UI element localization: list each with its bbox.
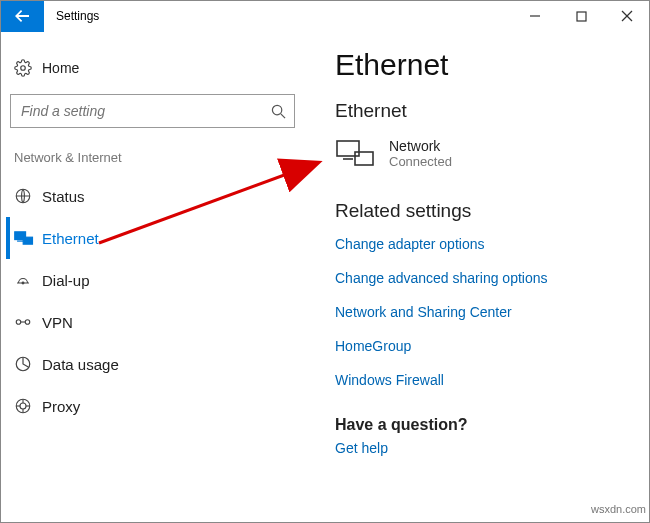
sidebar-item-label: Proxy bbox=[42, 398, 80, 415]
vpn-icon bbox=[14, 313, 42, 331]
svg-rect-9 bbox=[23, 237, 32, 244]
sidebar-item-dialup[interactable]: Dial-up bbox=[6, 259, 299, 301]
link-network-sharing-center[interactable]: Network and Sharing Center bbox=[335, 304, 630, 320]
svg-line-6 bbox=[280, 113, 284, 117]
home-label: Home bbox=[42, 60, 79, 76]
page-title: Ethernet bbox=[335, 48, 630, 82]
network-status: Connected bbox=[389, 154, 452, 169]
close-button[interactable] bbox=[604, 0, 650, 32]
title-bar: Settings bbox=[0, 0, 650, 32]
sidebar: Home Network & Internet Status Ethernet bbox=[0, 32, 305, 523]
globe-icon bbox=[14, 187, 42, 205]
svg-point-13 bbox=[25, 320, 30, 325]
maximize-button[interactable] bbox=[558, 0, 604, 32]
related-heading: Related settings bbox=[335, 200, 630, 222]
watermark: wsxdn.com bbox=[591, 503, 646, 515]
sidebar-home[interactable]: Home bbox=[6, 48, 299, 88]
network-item[interactable]: Network Connected bbox=[335, 136, 630, 170]
network-name: Network bbox=[389, 138, 452, 154]
network-monitor-icon bbox=[335, 136, 375, 170]
search-icon bbox=[270, 104, 286, 119]
svg-point-17 bbox=[20, 403, 26, 409]
sidebar-item-label: Data usage bbox=[42, 356, 119, 373]
dialup-icon bbox=[14, 271, 42, 289]
sidebar-category: Network & Internet bbox=[6, 144, 299, 175]
sidebar-item-label: VPN bbox=[42, 314, 73, 331]
svg-point-4 bbox=[21, 66, 26, 71]
svg-point-12 bbox=[16, 320, 21, 325]
datausage-icon bbox=[14, 355, 42, 373]
sidebar-item-label: Dial-up bbox=[42, 272, 90, 289]
search-input[interactable] bbox=[10, 94, 295, 128]
sidebar-item-ethernet[interactable]: Ethernet bbox=[6, 217, 299, 259]
svg-point-11 bbox=[22, 282, 24, 284]
main-content: Ethernet Ethernet Network Connected Rela… bbox=[305, 32, 650, 523]
proxy-icon bbox=[14, 397, 42, 415]
sidebar-item-datausage[interactable]: Data usage bbox=[6, 343, 299, 385]
search-field[interactable] bbox=[19, 102, 270, 120]
link-homegroup[interactable]: HomeGroup bbox=[335, 338, 630, 354]
sidebar-item-proxy[interactable]: Proxy bbox=[6, 385, 299, 427]
link-advanced-sharing[interactable]: Change advanced sharing options bbox=[335, 270, 630, 286]
maximize-icon bbox=[576, 11, 587, 22]
back-button[interactable] bbox=[0, 0, 44, 32]
link-windows-firewall[interactable]: Windows Firewall bbox=[335, 372, 630, 388]
question-heading: Have a question? bbox=[335, 416, 630, 434]
svg-rect-1 bbox=[577, 12, 586, 21]
sidebar-item-vpn[interactable]: VPN bbox=[6, 301, 299, 343]
sidebar-item-label: Status bbox=[42, 188, 85, 205]
minimize-icon bbox=[529, 10, 541, 22]
sidebar-item-label: Ethernet bbox=[42, 230, 99, 247]
window-title: Settings bbox=[44, 0, 111, 32]
link-change-adapter[interactable]: Change adapter options bbox=[335, 236, 630, 252]
svg-rect-23 bbox=[355, 152, 373, 165]
sidebar-item-status[interactable]: Status bbox=[6, 175, 299, 217]
minimize-button[interactable] bbox=[512, 0, 558, 32]
ethernet-icon bbox=[14, 229, 42, 247]
close-icon bbox=[621, 10, 633, 22]
svg-point-5 bbox=[272, 105, 281, 114]
link-get-help[interactable]: Get help bbox=[335, 440, 630, 456]
section-heading: Ethernet bbox=[335, 100, 630, 122]
gear-icon bbox=[14, 59, 42, 77]
arrow-left-icon bbox=[14, 8, 30, 24]
